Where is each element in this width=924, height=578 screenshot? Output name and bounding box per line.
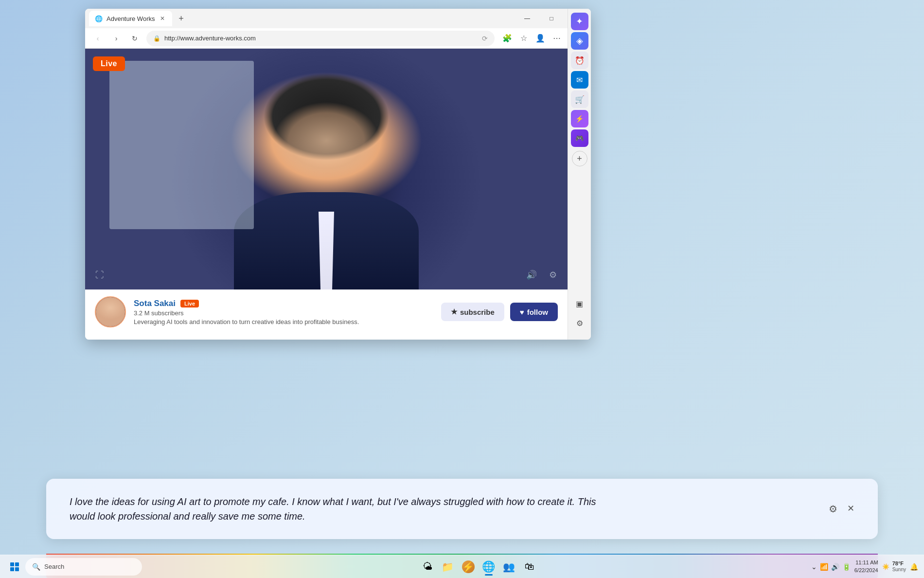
profile-btn[interactable]: 👤 (533, 31, 548, 46)
forward-btn[interactable]: › (109, 32, 123, 45)
taskbar-apps: 🌤 📁 ⚡ 🌐 👥 🛍 (148, 557, 809, 577)
edge-sidebar: ✦ ◈ ⏰ ✉ 🛒 ⚡ 🎮 + ▣ ⚙ (568, 9, 591, 340)
comment-close-btn[interactable]: ✕ (847, 503, 854, 515)
notification-icon[interactable]: 🔔 (910, 563, 918, 571)
collections-btn[interactable]: ◈ (571, 32, 588, 50)
outlook-btn[interactable]: ✉ (571, 71, 588, 89)
url-refresh-icon: ⟳ (482, 35, 488, 42)
browser-tab[interactable]: 🌐 Adventure Works ✕ (89, 11, 172, 26)
channel-name-row: Sota Sakai Live (134, 299, 433, 308)
expand-btn[interactable]: ⛶ (91, 266, 108, 284)
date-display: 6/22/2024 (854, 567, 878, 574)
sidebar-toggle-btn[interactable]: ▣ (571, 295, 588, 312)
comment-overlay: I love the ideas for using AI art to pro… (46, 479, 878, 539)
history-btn[interactable]: ⏰ (571, 52, 588, 69)
comment-text: I love the ideas for using AI art to pro… (70, 494, 604, 524)
title-bar: 🌐 Adventure Works ✕ + — □ ✕ (85, 9, 591, 28)
tab-favicon: 🌐 (95, 15, 103, 22)
maximize-btn[interactable]: □ (540, 11, 563, 26)
minimize-btn[interactable]: — (516, 11, 538, 26)
address-bar: ‹ › ↻ 🔒 http://www.adventure-works.com ⟳… (85, 28, 591, 49)
subscribe-label: subscribe (460, 308, 495, 316)
taskbar-left: 🔍 Search (6, 558, 142, 576)
channel-name: Sota Sakai (134, 299, 176, 308)
channel-text: Sota Sakai Live 3.2 M subscribers Levera… (134, 299, 433, 325)
tab-title: Adventure Works (107, 15, 155, 22)
channel-avatar (95, 296, 126, 327)
weather-condition: Sunny (892, 567, 906, 573)
back-btn[interactable]: ‹ (91, 32, 105, 45)
wifi-icon[interactable]: 📶 (820, 563, 828, 571)
time-display: 11:11 AM (854, 559, 878, 566)
win-sq-4 (15, 567, 19, 571)
system-icons: ⌄ 📶 🔊 🔋 (811, 563, 851, 571)
volume-btn[interactable]: 🔊 (523, 266, 540, 284)
extensions-btn[interactable]: 🧩 (499, 31, 515, 46)
taskbar-explorer[interactable]: 📁 (438, 557, 458, 577)
heart-icon: ♥ (520, 308, 524, 316)
avatar-image (96, 297, 125, 326)
datetime[interactable]: 11:11 AM 6/22/2024 (854, 559, 878, 574)
browser-window: 🌐 Adventure Works ✕ + — □ ✕ ‹ › ↻ 🔒 http… (85, 9, 591, 340)
toolbar-icons: 🧩 ☆ 👤 ⋯ (499, 31, 565, 46)
start-button[interactable] (6, 558, 23, 576)
more-btn[interactable]: ⋯ (549, 31, 565, 46)
taskbar-search-icon: 🔍 (32, 563, 40, 571)
follow-label: follow (527, 308, 548, 316)
taskbar-teams[interactable]: 👥 (499, 557, 519, 577)
video-content (85, 49, 568, 289)
url-text: http://www.adventure-works.com (164, 35, 478, 42)
refresh-btn[interactable]: ↻ (128, 32, 142, 45)
tab-close-btn[interactable]: ✕ (159, 15, 166, 22)
weather-widget[interactable]: ☀️ 78°F Sunny (882, 560, 906, 573)
taskbar-edge[interactable]: 🌐 (479, 557, 498, 577)
games-btn[interactable]: 🎮 (571, 129, 588, 147)
channel-description: Leveraging AI tools and innovation to tu… (134, 318, 433, 325)
taskbar-search-label: Search (44, 563, 64, 570)
channel-live-tag: Live (180, 300, 199, 307)
video-controls: ⛶ 🔊 ⚙ (91, 266, 562, 284)
win-sq-1 (10, 562, 14, 566)
extensions-sidebar-btn[interactable]: 🛒 (571, 90, 588, 108)
sidebar-settings-btn[interactable]: ⚙ (571, 314, 588, 332)
weather-icon: ☀️ (882, 563, 889, 570)
subscribe-button[interactable]: ★ subscribe (441, 303, 504, 321)
chevron-up-icon[interactable]: ⌄ (811, 563, 817, 571)
favorites-btn[interactable]: ☆ (516, 31, 532, 46)
channel-actions: ★ subscribe ♥ follow (441, 303, 558, 321)
live-badge: Live (93, 56, 125, 71)
windows-logo (10, 562, 19, 571)
taskbar-widgets[interactable]: 🌤 (418, 557, 437, 577)
taskbar-right: ⌄ 📶 🔊 🔋 11:11 AM 6/22/2024 ☀️ 78°F Sunny… (811, 559, 918, 574)
url-bar[interactable]: 🔒 http://www.adventure-works.com ⟳ (146, 31, 495, 46)
taskbar-store[interactable]: 🛍 (520, 557, 539, 577)
weather-temp: 78°F (892, 560, 906, 567)
taskbar-search[interactable]: 🔍 Search (25, 558, 142, 576)
lock-icon: 🔒 (153, 35, 160, 42)
star-icon: ★ (451, 307, 457, 316)
sidebar-add-btn[interactable]: + (572, 151, 587, 166)
copilot-sidebar-btn[interactable]: ✦ (571, 13, 588, 30)
new-tab-btn[interactable]: + (174, 12, 188, 25)
video-background (85, 49, 568, 289)
subscriber-count: 3.2 M subscribers (134, 309, 433, 317)
battery-icon[interactable]: 🔋 (842, 563, 851, 571)
shopping-btn[interactable]: ⚡ (571, 110, 588, 127)
win-sq-3 (10, 567, 14, 571)
follow-button[interactable]: ♥ follow (510, 303, 558, 321)
win-sq-2 (15, 562, 19, 566)
volume-icon[interactable]: 🔊 (831, 563, 839, 571)
settings-btn[interactable]: ⚙ (544, 266, 562, 284)
video-player: Live ⛶ 🔊 ⚙ (85, 49, 568, 289)
browser-content: Live ⛶ 🔊 ⚙ Sota Sakai Live (85, 49, 568, 340)
channel-info: Sota Sakai Live 3.2 M subscribers Levera… (85, 289, 568, 334)
taskbar: 🔍 Search 🌤 📁 ⚡ 🌐 👥 🛍 ⌄ (0, 555, 924, 578)
comment-settings-btn[interactable]: ⚙ (829, 503, 837, 515)
taskbar-copilot[interactable]: ⚡ (459, 557, 478, 577)
